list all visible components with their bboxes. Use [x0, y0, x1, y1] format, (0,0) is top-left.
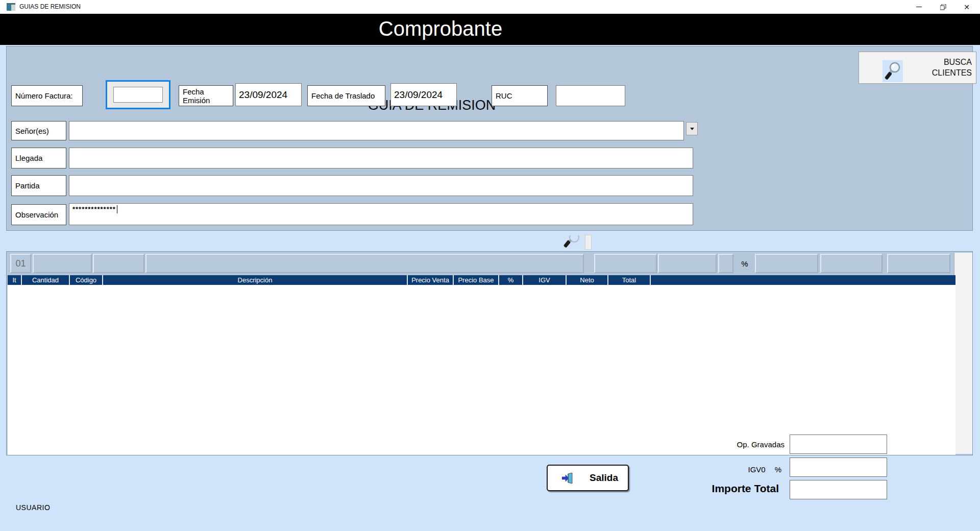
entry-pct-field[interactable] [718, 254, 733, 273]
col-header-total: Total [608, 275, 650, 285]
restore-button[interactable] [932, 0, 955, 14]
ruc-input[interactable] [556, 85, 625, 106]
entry-precio-base-field[interactable] [658, 254, 717, 273]
title-bar: GUIAS DE REMISION ✕ [0, 0, 980, 14]
busca-clientes-button[interactable]: BUSCA CLIENTES [859, 52, 976, 84]
items-table-panel: 01 % It Cantidad Código Descripción Prec… [6, 251, 973, 455]
importe-total-label: Importe Total [626, 482, 779, 495]
entry-codigo-field[interactable] [93, 254, 144, 273]
col-header-precio-base: Precio Base [454, 275, 498, 285]
partida-input[interactable] [69, 175, 693, 196]
app-icon [7, 3, 15, 13]
entry-igv-field[interactable] [755, 254, 818, 273]
numero-factura-focus-ring [106, 80, 170, 109]
entry-precio-venta-field[interactable] [594, 254, 657, 273]
exit-door-icon [562, 473, 573, 484]
llegada-input[interactable] [69, 148, 693, 168]
op-gravadas-input[interactable] [790, 435, 887, 454]
buscar-producto-button[interactable] [560, 235, 584, 250]
fecha-traslado-input[interactable] [390, 83, 457, 106]
salida-button[interactable]: Salida [547, 465, 629, 491]
window-title: GUIAS DE REMISION [19, 0, 81, 14]
numero-factura-label: Número Factura: [11, 85, 83, 106]
observacion-input[interactable]: ************** [69, 203, 693, 225]
restore-icon [940, 4, 946, 10]
col-header-precio-venta: Precio Venta [408, 275, 453, 285]
minimize-button[interactable] [907, 0, 930, 14]
col-header-cantidad: Cantidad [22, 275, 69, 285]
chevron-down-icon [690, 128, 694, 130]
grid-body[interactable] [8, 285, 955, 455]
usuario-label: USUARIO [16, 503, 50, 512]
fecha-emision-label: Fecha Emisión [179, 85, 233, 106]
black-banner: Comprobante [0, 14, 980, 45]
scrollbar-track[interactable] [954, 253, 972, 454]
partida-label: Partida [11, 175, 66, 196]
importe-total-input[interactable] [790, 480, 887, 499]
observacion-value: ************** [72, 205, 116, 213]
senores-input[interactable] [69, 121, 684, 140]
text-caret [117, 205, 117, 213]
fecha-emision-input[interactable] [235, 83, 302, 106]
entry-total-field[interactable] [887, 254, 950, 273]
fecha-traslado-label: Fecha de Traslado [307, 85, 385, 106]
entry-cantidad-field[interactable] [33, 254, 92, 273]
col-header-neto: Neto [567, 275, 607, 285]
col-header-codigo: Código [70, 275, 102, 285]
senores-dropdown-button[interactable] [686, 122, 698, 135]
entry-neto-field[interactable] [820, 254, 883, 273]
banner-title: Comprobante [379, 14, 502, 45]
col-header-descripcion: Descripción [103, 275, 407, 285]
senores-label: Señor(es) [11, 121, 66, 140]
col-header-it: It [8, 275, 21, 285]
numero-factura-input[interactable] [113, 87, 163, 103]
col-header-pct: % [499, 275, 522, 285]
magnifier-icon [560, 235, 583, 249]
ruc-label: RUC [492, 85, 548, 106]
entry-descripcion-field[interactable] [145, 254, 584, 273]
minimize-icon [916, 7, 922, 7]
igv-label: IGV0% [679, 465, 781, 474]
grid-header-row: It Cantidad Código Descripción Precio Ve… [8, 275, 955, 285]
igv-rate-value: 0 [761, 465, 765, 474]
llegada-label: Llegada [11, 148, 66, 168]
busca-clientes-label: BUSCA CLIENTES [932, 57, 972, 78]
observacion-label: Observación [11, 204, 66, 225]
col-header-filler [651, 275, 955, 285]
igv-input[interactable] [790, 457, 887, 477]
close-button[interactable]: ✕ [955, 0, 978, 14]
mini-panel-strip [585, 235, 592, 250]
salida-label: Salida [590, 472, 618, 484]
op-gravadas-label: Op. Gravadas [682, 440, 785, 449]
col-header-igv: IGV [523, 275, 566, 285]
entry-percent-label: % [736, 254, 753, 273]
entry-row-number: 01 [10, 254, 31, 273]
search-icon [883, 60, 903, 82]
